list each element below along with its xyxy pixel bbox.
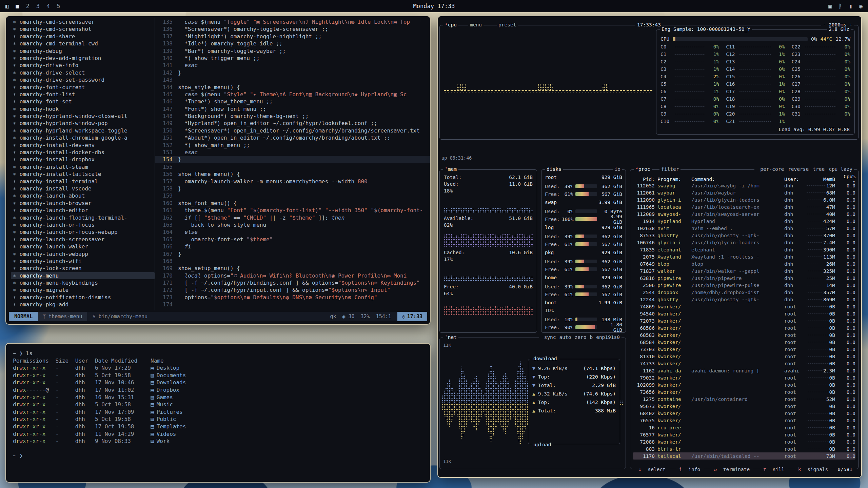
file-item[interactable]: ∗omarchy-menu: [11, 272, 155, 279]
network-option-sync[interactable]: sync: [544, 334, 556, 340]
code-line[interactable]: 150 *Screensaver*) open_in_editor ~/.con…: [155, 127, 430, 134]
code-line[interactable]: 171 [ -f ~/.config/hypr/bindings.conf ] …: [155, 279, 430, 286]
process-column-header[interactable]: User:: [784, 177, 804, 182]
workspace-button[interactable]: 5: [57, 3, 60, 9]
workspace-button[interactable]: ■: [16, 3, 19, 9]
code-line[interactable]: 170 local options="♬ Audio\n≈ Wifi\nᛒ Bl…: [155, 272, 430, 279]
file-item[interactable]: ∗omarchy-launch-floating-terminal-: [11, 214, 155, 221]
file-item[interactable]: ∗omarchy-migrate: [11, 286, 155, 293]
code-line[interactable]: 159: [155, 192, 430, 199]
code-line[interactable]: 161 theme=$(menu "Font" "$(omarchy-font-…: [155, 207, 430, 214]
ls-name[interactable]: ▤Dropbox: [151, 386, 423, 394]
process-row[interactable]: 81310kworker/root0B0.0: [633, 353, 855, 360]
file-item[interactable]: ∗omarchy-lock-screen: [11, 265, 155, 272]
code-line[interactable]: 148 *Background*) omarchy-theme-bg-next …: [155, 113, 430, 120]
launcher-icon[interactable]: ◧: [5, 3, 9, 9]
file-item[interactable]: ∗omarchy-launch-browser: [11, 200, 155, 207]
process-row[interactable]: 73703kworker/root0B0.0: [633, 346, 855, 353]
process-row[interactable]: 68584kworker/root0B0.0: [633, 339, 855, 346]
process-row[interactable]: 94540kworker/root0B0.0: [633, 310, 855, 317]
process-row[interactable]: 102638nvimnvim --embed .dhh57M0.0: [633, 225, 855, 232]
file-item[interactable]: ∗omarchy-launch-editor: [11, 207, 155, 214]
ls-name[interactable]: ▤Desktop: [151, 364, 423, 372]
file-item[interactable]: ∗omarchy-drive-set-password: [11, 76, 155, 83]
process-row[interactable]: 1170tailscal/usr/sbin/tailscaled --root7…: [633, 452, 855, 460]
file-item[interactable]: ∗omarchy-font-current: [11, 84, 155, 91]
code-line[interactable]: 142}: [155, 69, 430, 76]
code-line[interactable]: 172 [ -f ~/.config/hypr/input.conf ] && …: [155, 286, 430, 293]
process-row[interactable]: 71835elephantelephantdhh390M0.0: [633, 246, 855, 253]
code-line[interactable]: 158}: [155, 185, 430, 192]
process-row[interactable]: 72088kworker/root0B0.0: [633, 438, 855, 445]
code-line[interactable]: 160show_font_menu() {: [155, 200, 430, 207]
code-line[interactable]: 169show_setup_menu() {: [155, 265, 430, 272]
process-option-per-core[interactable]: per-core: [760, 166, 784, 172]
code-line[interactable]: 154}: [155, 156, 430, 163]
file-item[interactable]: ∗omarchy-dev-add-migration: [11, 55, 155, 62]
file-item[interactable]: ∗omarchy-menu-keybindings: [11, 279, 155, 286]
process-column-header[interactable]: Pid:: [633, 177, 655, 182]
process-option-cpu-lazy[interactable]: cpu lazy: [829, 166, 852, 172]
process-row[interactable]: 74733kworker/root0B0.0: [633, 360, 855, 367]
file-item[interactable]: ∗omarchy-launch-walker: [11, 243, 155, 250]
code-line[interactable]: 157 omarchy-launch-walker -m menus:omarc…: [155, 178, 430, 185]
hint-info[interactable]: i info: [676, 467, 704, 472]
file-item[interactable]: ∗omarchy-install-tailscale: [11, 170, 155, 178]
process-row[interactable]: 2544dropbox/home/dhh/.dropbox-distdhh357…: [633, 289, 855, 296]
file-item[interactable]: ∗omarchy-hook: [11, 105, 155, 113]
file-item[interactable]: ∗omarchy-cmd-terminal-cwd: [11, 40, 155, 47]
file-item[interactable]: ∗omarchy-install-steam: [11, 163, 155, 170]
file-item[interactable]: ∗omarchy-hyprland-window-pop: [11, 120, 155, 127]
ls-name[interactable]: ▤Downloads: [151, 379, 423, 386]
file-item[interactable]: ∗omarchy-launch-screensaver: [11, 236, 155, 243]
process-row[interactable]: 2075XwaylandXwayland :1 -rootless -dhh11…: [633, 253, 855, 260]
hint-terminate[interactable]: ↵ terminate: [710, 467, 753, 472]
process-row[interactable]: 87649btopbtopdhh26M0.0: [633, 260, 855, 267]
process-row[interactable]: 73656kworker/root0B0.0: [633, 388, 855, 395]
process-row[interactable]: 112052swaybg/usr/bin/swaybg -i /homdhh12…: [633, 182, 855, 189]
process-row[interactable]: 76575kworker/root0B0.0: [633, 417, 855, 424]
filter-button[interactable]: filter: [659, 166, 680, 172]
screen-share-icon[interactable]: ▣: [828, 3, 832, 9]
ls-name[interactable]: ▤Games: [151, 394, 423, 401]
file-item[interactable]: ∗omarchy-install-terminal: [11, 178, 155, 185]
code-line[interactable]: 155: [155, 163, 430, 170]
process-column-header[interactable]: Program:: [657, 177, 689, 182]
file-item[interactable]: ∗omarchy-font-set: [11, 98, 155, 105]
file-item[interactable]: ∗omarchy-hyprland-window-close-all: [11, 113, 155, 120]
file-item[interactable]: ∗omarchy-launch-or-focus-webapp: [11, 228, 155, 236]
interval-minus-button[interactable]: -: [823, 22, 826, 27]
process-row[interactable]: 72073kworker/root0B0.0: [633, 317, 855, 324]
network-option-auto[interactable]: auto: [559, 334, 571, 340]
code-line[interactable]: 151 *About*) open_in_editor ~/.config/om…: [155, 134, 430, 141]
code-line[interactable]: 149 *Hyprland*) open_in_editor ~/.config…: [155, 120, 430, 127]
process-row[interactable]: 68583kworker/root0B0.0: [633, 331, 855, 339]
file-item[interactable]: ∗omarchy-pkg-add: [11, 301, 155, 308]
process-row[interactable]: 102099kworker/root0B0.0: [633, 381, 855, 388]
file-item[interactable]: ∗omarchy-launch-wifi: [11, 258, 155, 265]
hint-kill[interactable]: t Kill: [760, 467, 788, 472]
workspace-button[interactable]: 3: [36, 3, 40, 9]
process-row[interactable]: 68402kworker/root0B0.0: [633, 410, 855, 417]
process-row[interactable]: 95673kworker/root0B0.0: [633, 403, 855, 410]
file-item[interactable]: ∗omarchy-install-docker-dbs: [11, 149, 155, 156]
code-line[interactable]: 163 back_to show_style_menu: [155, 221, 430, 228]
file-item[interactable]: ∗omarchy-cmd-share: [11, 33, 155, 40]
code-line[interactable]: 165 omarchy-font-set "$theme": [155, 236, 430, 243]
code-line[interactable]: 167}: [155, 250, 430, 258]
hint-signals[interactable]: k signals: [795, 467, 832, 472]
workspace-button[interactable]: 4: [46, 3, 50, 9]
code-line[interactable]: 153 esac: [155, 149, 430, 156]
network-option-zero[interactable]: zero: [575, 334, 587, 340]
ls-name[interactable]: ▤Videos: [151, 430, 423, 438]
process-header-row[interactable]: Pid:Program:Command:User:MemBCpu% ↑: [633, 174, 855, 182]
ls-name[interactable]: ▤Documents: [151, 372, 423, 379]
code-line[interactable]: 164 else: [155, 228, 430, 236]
workspace-button[interactable]: 2: [26, 3, 29, 9]
process-row[interactable]: 112089swayosd-/usr/bin/swayosd-serverdhh…: [633, 210, 855, 218]
code-line[interactable]: 140 *) show_trigger_menu ;;: [155, 55, 430, 62]
process-row[interactable]: 1162avahi-daavahi-daemon: running [avahi…: [633, 367, 855, 374]
code-line[interactable]: 156show_theme_menu() {: [155, 170, 430, 178]
file-item[interactable]: ∗omarchy-hyprland-workspace-toggle: [11, 127, 155, 134]
hint-select[interactable]: ↕ select: [635, 467, 669, 472]
